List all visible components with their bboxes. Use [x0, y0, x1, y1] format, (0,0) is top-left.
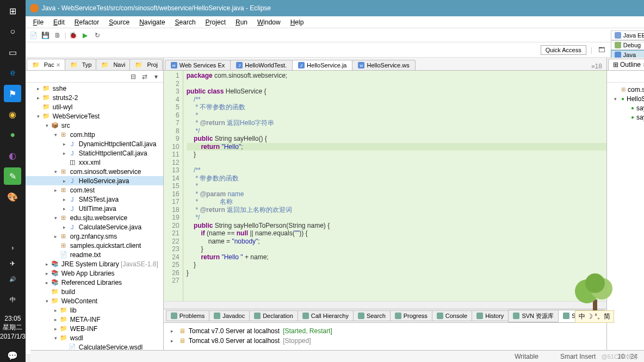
twisty-icon[interactable]: ▸ [61, 178, 68, 184]
evernote-icon[interactable]: ✎ [4, 167, 21, 185]
twisty-icon[interactable]: ▸ [44, 271, 51, 276]
close-icon[interactable]: ✕ [56, 62, 60, 68]
tree-node[interactable]: ▾📁WebContent [26, 296, 163, 305]
twisty-icon[interactable]: ▸ [61, 197, 68, 202]
menu-project[interactable]: Project [201, 17, 230, 27]
package-explorer-tree[interactable]: ▸📁sshe▸📁struts2-2📁util-wyl▾📁WebServiceTe… [26, 83, 163, 354]
view-tab-declaration[interactable]: Declaration [249, 310, 298, 321]
tree-node[interactable]: ⊞samples.quickstart.client [26, 241, 163, 250]
twisty-icon[interactable]: ▸ [53, 317, 59, 322]
twisty-icon[interactable]: ▸ [61, 224, 68, 230]
editor-tab[interactable]: JHelloWorldTest. [230, 60, 293, 70]
outline-node[interactable]: ●sayHello() : String [607, 103, 644, 113]
tree-node[interactable]: ▾⊞edu.sjtu.webservice [26, 213, 163, 222]
collapse-all-button[interactable]: ⊟ [128, 72, 138, 82]
tree-node[interactable]: ▸📁WEB-INF [26, 324, 163, 333]
link-editor-button[interactable]: ⇄ [140, 72, 150, 82]
twisty-icon[interactable]: ▸ [35, 95, 42, 101]
view-tab-pac[interactable]: 📁Pac ✕ [27, 59, 65, 70]
editor-tab[interactable]: wHelloService.ws [352, 60, 415, 70]
editor-tab[interactable]: JHelloService.ja [292, 60, 352, 70]
code-content[interactable]: package com.sinosoft.webservice; public … [183, 71, 606, 301]
perspective-debug[interactable]: Debug [611, 40, 644, 50]
view-tab-svn-资源库[interactable]: SVN 资源库 [508, 310, 559, 322]
view-tab-proj[interactable]: 📁Proj [129, 59, 163, 70]
menu-window[interactable]: Window [253, 17, 285, 27]
open-perspective-button[interactable]: 🗔 [597, 45, 606, 55]
tree-node[interactable]: ▸JDynamicHttpclientCall.java [26, 139, 163, 148]
tree-node[interactable]: ◫xxx.xml [26, 158, 163, 167]
tree-node[interactable]: ▾⊞com.sinosoft.webservice [26, 167, 163, 176]
tree-node[interactable]: ▸JUtilTime.java [26, 204, 163, 213]
tree-node[interactable]: ▸📁struts2-2 [26, 93, 163, 102]
tree-node[interactable]: ▾📦src [26, 121, 163, 130]
tree-node[interactable]: ▾📁wsdl [26, 333, 163, 342]
menu-refactor[interactable]: Refactor [70, 17, 103, 27]
tree-node[interactable]: ▸📁sshe [26, 84, 163, 93]
ime-badge[interactable]: 中 ☽ °。简 [575, 310, 614, 323]
run-button[interactable]: ▶ [81, 30, 90, 40]
save-all-button[interactable]: 🗎 [53, 30, 63, 40]
tree-node[interactable]: ▸JStaticHttpclientCall.java [26, 148, 163, 158]
view-tab-console[interactable]: Console [432, 310, 472, 321]
new-button[interactable]: 📄 [29, 30, 39, 40]
twisty-icon[interactable]: ▾ [53, 132, 59, 138]
tree-node[interactable]: ▸📁lib [26, 305, 163, 315]
editor-tab[interactable]: wWeb Services Ex [165, 60, 231, 70]
view-tab-typ[interactable]: 📁Typ [65, 59, 97, 70]
taskview-icon[interactable]: ▭ [4, 43, 21, 61]
tray-icons-2[interactable]: 🔊 [4, 271, 21, 288]
twisty-icon[interactable]: ▾ [53, 335, 59, 341]
tree-node[interactable]: ▾📁WebServiceTest [26, 111, 163, 121]
editor-h-scrollbar[interactable] [164, 301, 606, 309]
view-tab-progress[interactable]: Progress [390, 310, 432, 321]
view-tab-call-hierarchy[interactable]: Call Hierarchy [298, 310, 354, 321]
twisty-icon[interactable]: ▸ [53, 188, 59, 193]
outline-node[interactable]: ▾●HelloService [607, 94, 644, 103]
tray-icons[interactable]: ✈ [4, 260, 21, 267]
view-tab-search[interactable]: Search [353, 310, 391, 321]
debug-button[interactable]: 🐞 [69, 30, 78, 40]
twisty-icon[interactable]: ▸ [61, 206, 68, 211]
save-button[interactable]: 💾 [41, 30, 51, 40]
tree-node[interactable]: ▾⊞com.http [26, 130, 163, 139]
tree-node[interactable]: ▸📁META-INF [26, 315, 163, 324]
edge-icon[interactable]: e [4, 64, 21, 82]
tree-node[interactable]: 📄readme.txt [26, 250, 163, 259]
twisty-icon[interactable]: ▸ [44, 261, 51, 267]
more-tabs-indicator[interactable]: »18 [587, 63, 606, 70]
menu-run[interactable]: Run [231, 17, 252, 27]
twisty-icon[interactable]: ▸ [61, 141, 68, 147]
tree-node[interactable]: 📁util-wyl [26, 102, 163, 111]
twisty-icon[interactable]: ▾ [53, 169, 59, 174]
paint-icon[interactable]: 🎨 [4, 188, 21, 205]
tree-node[interactable]: ▸📚Web App Libraries [26, 269, 163, 278]
tree-node[interactable]: ▸JHelloService.java [26, 176, 163, 185]
twisty-icon[interactable]: ▸ [169, 328, 176, 334]
tree-node[interactable]: ▸⊞com.test [26, 185, 163, 195]
tree-node[interactable]: ▸⊞org.znfancy.sms [26, 232, 163, 241]
twisty-icon[interactable]: ▾ [35, 114, 42, 119]
action-center-icon[interactable]: 💬 [4, 349, 21, 362]
menu-help[interactable]: Help [286, 17, 308, 27]
outline-node[interactable]: ●sayHelloToPerson(Stri [607, 113, 644, 122]
menu-navigate[interactable]: Navigate [135, 17, 169, 27]
tree-node[interactable]: ▸📚Referenced Libraries [26, 278, 163, 287]
outline-tab[interactable]: ⊞ Outline ✕ [608, 59, 644, 70]
tree-node[interactable]: 📁build [26, 287, 163, 296]
twisty-icon[interactable]: ▾ [44, 298, 51, 304]
view-tab-navi[interactable]: 📁Navi [96, 59, 130, 70]
view-menu-button[interactable]: ▾ [151, 72, 161, 82]
tray-arrow[interactable]: › [4, 239, 21, 257]
tree-node[interactable]: ▸📚JRE System Library [JavaSE-1.8] [26, 259, 163, 269]
twisty-icon[interactable]: ▸ [169, 338, 176, 344]
view-tab-problems[interactable]: Problems [166, 310, 209, 321]
cortana-icon[interactable]: ○ [4, 23, 21, 40]
view-tab-history[interactable]: History [472, 310, 509, 321]
twisty-icon[interactable]: ▸ [53, 234, 59, 239]
twisty-icon[interactable]: ▾ [44, 123, 51, 128]
menu-file[interactable]: File [29, 17, 48, 27]
tree-node[interactable]: ▸JCalculateService.java [26, 222, 163, 232]
eclipse-icon[interactable]: ◐ [4, 147, 21, 164]
quick-access-input[interactable]: Quick Access [541, 45, 586, 55]
